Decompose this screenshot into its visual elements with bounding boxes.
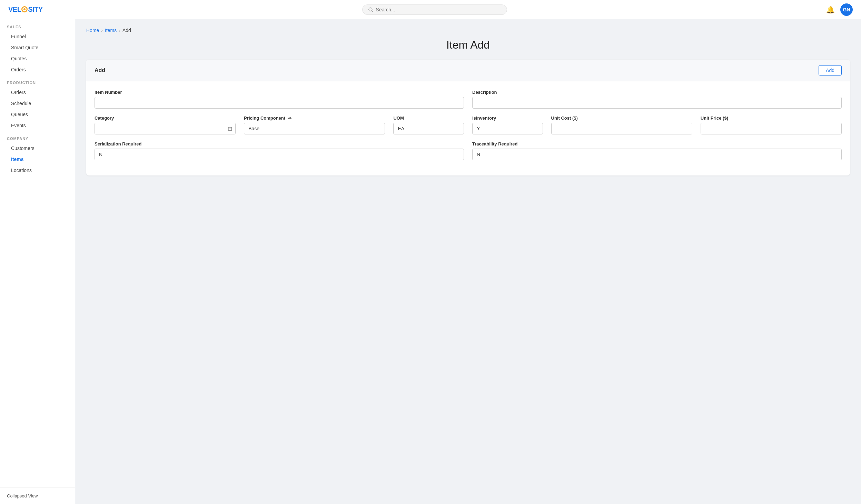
description-group: Description [472, 90, 842, 109]
unit-price-group: Unit Price ($) [701, 115, 842, 134]
uom-label: UOM [393, 115, 464, 121]
svg-line-1 [372, 10, 373, 11]
form-row-3: Serialization Required Traceability Requ… [95, 141, 842, 160]
sidebar-item-funnel[interactable]: Funnel [0, 31, 75, 42]
sidebar-section-company: COMPANY [0, 131, 75, 143]
traceability-required-group: Traceability Required [472, 141, 842, 160]
breadcrumb-sep-2: › [119, 28, 120, 33]
is-inventory-group: IsInventory [472, 115, 543, 134]
form-card-header: Add Add [86, 60, 850, 81]
sidebar: SALES Funnel Smart Quote Quotes Orders P… [0, 19, 75, 504]
breadcrumb-items[interactable]: Items [105, 28, 117, 33]
is-inventory-input[interactable] [472, 123, 543, 134]
traceability-required-label: Traceability Required [472, 141, 842, 147]
uom-input[interactable] [393, 123, 464, 134]
logo-o-icon [21, 6, 28, 12]
form-card: Add Add Item Number Description [86, 60, 850, 175]
unit-price-input[interactable] [701, 123, 842, 134]
content-area: Home › Items › Add Item Add Add Add Item… [75, 19, 861, 504]
sidebar-item-quotes[interactable]: Quotes [0, 53, 75, 64]
sidebar-section-production: PRODUCTION [0, 75, 75, 87]
search-icon [368, 7, 373, 12]
unit-cost-group: Unit Cost ($) [551, 115, 692, 134]
form-row-2: Category ⊟ Pricing Component ⇔ [95, 115, 842, 134]
description-label: Description [472, 90, 842, 95]
add-button[interactable]: Add [819, 65, 842, 75]
category-label: Category [95, 115, 236, 121]
sidebar-bottom: Collapsed View [0, 487, 75, 504]
sidebar-item-events[interactable]: Events [0, 120, 75, 131]
pricing-component-input[interactable] [244, 123, 385, 134]
form-row-1: Item Number Description [95, 90, 842, 109]
header: VEL SITY 🔔 GN [0, 0, 861, 19]
pricing-component-link-icon: ⇔ [288, 116, 291, 121]
avatar[interactable]: GN [840, 3, 853, 16]
item-number-label: Item Number [95, 90, 464, 95]
sidebar-item-smart-quote[interactable]: Smart Quote [0, 42, 75, 53]
sidebar-item-items[interactable]: Items [0, 154, 75, 165]
search-input[interactable] [376, 7, 501, 12]
category-group: Category ⊟ [95, 115, 236, 134]
unit-cost-label: Unit Cost ($) [551, 115, 692, 121]
description-input[interactable] [472, 97, 842, 109]
pricing-component-group: Pricing Component ⇔ [244, 115, 385, 134]
serialization-required-group: Serialization Required [95, 141, 464, 160]
header-right: 🔔 GN [826, 3, 853, 16]
item-number-group: Item Number [95, 90, 464, 109]
collapsed-view-button[interactable]: Collapsed View [7, 493, 38, 498]
serialization-required-label: Serialization Required [95, 141, 464, 147]
uom-group: UOM [393, 115, 464, 134]
breadcrumb-home[interactable]: Home [86, 28, 99, 33]
sidebar-item-orders-sales[interactable]: Orders [0, 64, 75, 75]
sidebar-item-schedule[interactable]: Schedule [0, 98, 75, 109]
category-input[interactable] [95, 123, 236, 134]
page-title: Item Add [86, 39, 850, 51]
breadcrumb-sep-1: › [101, 28, 103, 33]
is-inventory-label: IsInventory [472, 115, 543, 121]
item-number-input[interactable] [95, 97, 464, 109]
form-body: Item Number Description Category ⊟ [86, 81, 850, 175]
breadcrumb: Home › Items › Add [86, 28, 850, 33]
logo[interactable]: VEL SITY [8, 6, 43, 13]
unit-cost-input[interactable] [551, 123, 692, 134]
logo-vel: VEL [8, 6, 21, 13]
category-input-wrapper: ⊟ [95, 123, 236, 134]
sidebar-item-orders-production[interactable]: Orders [0, 87, 75, 98]
main-layout: SALES Funnel Smart Quote Quotes Orders P… [0, 19, 861, 504]
logo-sity: SITY [28, 6, 42, 13]
traceability-required-input[interactable] [472, 149, 842, 160]
form-section-title: Add [95, 67, 105, 73]
unit-price-label: Unit Price ($) [701, 115, 842, 121]
sidebar-item-locations[interactable]: Locations [0, 165, 75, 176]
sidebar-item-queues[interactable]: Queues [0, 109, 75, 120]
sidebar-item-customers[interactable]: Customers [0, 143, 75, 154]
pricing-component-label: Pricing Component ⇔ [244, 115, 385, 121]
serialization-required-input[interactable] [95, 149, 464, 160]
notification-bell-icon[interactable]: 🔔 [826, 6, 835, 14]
breadcrumb-current: Add [122, 28, 131, 33]
search-bar[interactable] [362, 4, 507, 15]
sidebar-section-sales: SALES [0, 19, 75, 31]
